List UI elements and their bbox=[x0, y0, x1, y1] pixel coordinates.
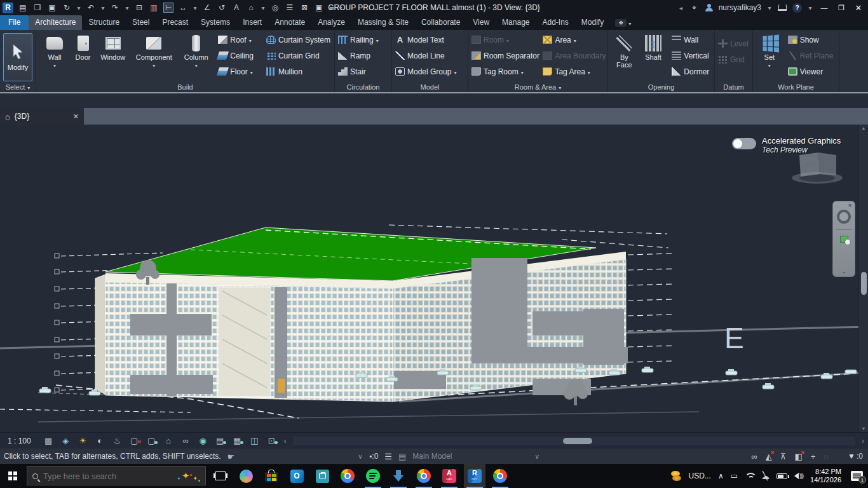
floor-button[interactable]: Floor bbox=[216, 64, 261, 79]
background-processes-icon[interactable]: ◌ bbox=[824, 452, 829, 461]
properties-icon[interactable]: ▤ bbox=[18, 3, 28, 12]
wall-button[interactable]: Wall bbox=[41, 32, 68, 70]
design-options-icon[interactable]: ☰ bbox=[384, 452, 392, 461]
text-icon[interactable]: A bbox=[231, 3, 241, 12]
shadows-icon[interactable]: ◐ bbox=[92, 436, 109, 445]
drag-on-selection-icon[interactable]: + bbox=[811, 452, 816, 461]
room-separator-button[interactable]: Room Separator bbox=[470, 48, 539, 64]
opening-vertical-button[interactable]: Vertical bbox=[670, 48, 713, 64]
tray-expand-icon[interactable]: ∧ bbox=[718, 471, 724, 480]
user-caret-icon[interactable]: ▾ bbox=[767, 4, 772, 11]
work-app-button[interactable] bbox=[311, 464, 333, 488]
view-cube[interactable]: LEFT LEFT bbox=[788, 149, 849, 186]
tag-area-button[interactable]: Tag Area bbox=[541, 64, 606, 79]
export-icon[interactable]: ▥ bbox=[149, 3, 159, 12]
tab-collaborate[interactable]: Collaborate bbox=[415, 15, 466, 30]
default-3d-view-icon[interactable]: ⌂ bbox=[246, 3, 256, 12]
door-button[interactable]: Door bbox=[72, 32, 94, 61]
help-caret-icon[interactable]: ▾ bbox=[808, 4, 813, 11]
entrance-door[interactable] bbox=[278, 379, 285, 393]
undo-icon[interactable]: ↶ bbox=[86, 3, 96, 12]
horizontal-scrollbar[interactable] bbox=[293, 437, 855, 445]
curtain-system-button[interactable]: Curtain System bbox=[264, 32, 333, 48]
scroll-up-icon[interactable]: ▲ bbox=[859, 126, 868, 130]
taskbar-clock[interactable]: 8:42 PM 14/1/2026 bbox=[810, 468, 841, 484]
tab-precast[interactable]: Precast bbox=[156, 15, 194, 30]
visual-style-icon[interactable]: ◈ bbox=[57, 436, 74, 445]
sync-caret-icon[interactable]: ▾ bbox=[76, 4, 81, 11]
ribbon-display-toggle[interactable]: ❖ bbox=[615, 19, 631, 30]
battery-icon[interactable] bbox=[776, 473, 787, 479]
navbar-close-icon[interactable]: ✕ bbox=[848, 203, 852, 208]
window-button[interactable]: Window bbox=[98, 32, 128, 61]
tab-manage[interactable]: Manage bbox=[496, 15, 536, 30]
reveal-hidden-elements-icon[interactable]: ◉ bbox=[194, 436, 212, 445]
tag-icon[interactable]: ◎ bbox=[270, 3, 280, 12]
view-tab-3d[interactable]: ⌂ {3D} ✕ bbox=[0, 108, 84, 125]
collapse-icon[interactable]: ◂ bbox=[679, 4, 684, 11]
notification-center-icon[interactable]: 1 bbox=[851, 471, 863, 481]
task-view-button[interactable] bbox=[210, 464, 231, 488]
sun-path-icon[interactable]: ☀ bbox=[74, 436, 92, 445]
viewer-button[interactable]: Viewer bbox=[786, 64, 837, 79]
railing-button[interactable]: Railing bbox=[336, 32, 390, 48]
measure-icon[interactable]: ⊢ bbox=[163, 3, 173, 13]
vertical-scroll-thumb[interactable] bbox=[861, 272, 867, 295]
select-links-icon[interactable]: ∞ bbox=[752, 452, 757, 461]
model-group-button[interactable]: Model Group bbox=[393, 64, 466, 79]
model-line-button[interactable]: Model Line bbox=[393, 48, 466, 64]
angle-icon[interactable]: ∠ bbox=[202, 3, 212, 12]
stair-button[interactable]: Stair bbox=[336, 64, 390, 79]
navigation-bar[interactable]: ✕ ⌄ bbox=[832, 201, 855, 277]
wifi-icon[interactable] bbox=[745, 473, 754, 480]
tab-massing-site[interactable]: Massing & Site bbox=[351, 15, 415, 30]
detach-icon[interactable]: ↺ bbox=[217, 3, 227, 12]
room-area-panel-caption[interactable]: Room & Area bbox=[468, 82, 607, 92]
microsoft-store-button[interactable] bbox=[261, 464, 282, 488]
elevation-marker[interactable]: E bbox=[724, 322, 744, 355]
drawing-area[interactable]: E Accelerated Graphics Tech Preview LEFT… bbox=[0, 125, 868, 432]
vertical-scrollbar[interactable]: ▲ ▼ bbox=[858, 125, 868, 432]
home-caret-icon[interactable]: ▾ bbox=[261, 4, 266, 11]
username[interactable]: nursyafikay3 bbox=[719, 3, 761, 12]
temporary-view-properties-icon[interactable]: ▤ bbox=[212, 436, 229, 445]
revit-button[interactable]: RRVT bbox=[464, 464, 485, 488]
worksharing-display-icon[interactable]: ◫ bbox=[246, 436, 263, 445]
dormer-button[interactable]: Dormer bbox=[670, 64, 713, 79]
chrome-button-2[interactable] bbox=[413, 464, 435, 488]
column-button[interactable]: Column bbox=[180, 32, 212, 70]
search-help-icon[interactable]: ⌖ bbox=[689, 3, 700, 12]
save-icon[interactable]: ▣ bbox=[47, 3, 57, 12]
redo-icon[interactable]: ↷ bbox=[110, 3, 120, 12]
onedrive-icon[interactable]: ☁ ╲ bbox=[761, 471, 770, 481]
select-by-face-icon[interactable]: ◧✕ bbox=[794, 452, 802, 461]
undo-caret-icon[interactable]: ▾ bbox=[100, 4, 105, 11]
spotify-button[interactable] bbox=[362, 464, 384, 488]
switch-windows-icon[interactable]: ▣ bbox=[314, 3, 324, 12]
horizontal-scroll-thumb[interactable] bbox=[563, 438, 592, 444]
chrome-button-3[interactable] bbox=[489, 464, 511, 488]
scale-button[interactable]: 1 : 100 bbox=[0, 437, 40, 445]
show-work-plane-button[interactable]: Show bbox=[786, 32, 837, 48]
sync-icon[interactable]: ↻ bbox=[62, 3, 72, 12]
aligned-dimension-icon[interactable]: ↔ bbox=[178, 3, 188, 12]
tab-steel[interactable]: Steel bbox=[126, 15, 156, 30]
print-icon[interactable]: ⊟ bbox=[134, 3, 144, 12]
tab-analyze[interactable]: Analyze bbox=[311, 15, 351, 30]
start-button[interactable] bbox=[0, 464, 25, 488]
selection-filter[interactable]: ▼ :0 bbox=[848, 452, 863, 461]
main-model-caret-icon[interactable]: ∨ bbox=[534, 452, 539, 461]
downloads-button[interactable] bbox=[388, 464, 409, 488]
rendering-dialog-icon[interactable]: ♨ bbox=[109, 436, 126, 445]
component-button[interactable]: Component bbox=[132, 32, 177, 70]
lock-3d-view-icon[interactable]: ⌂ bbox=[160, 436, 177, 445]
dimension-caret-icon[interactable]: ▾ bbox=[193, 4, 198, 11]
steering-wheel-icon[interactable] bbox=[837, 210, 851, 224]
opening-by-face-button[interactable]: By Face bbox=[612, 32, 637, 69]
roof-button[interactable]: Roof bbox=[216, 32, 261, 48]
revit-logo-icon[interactable]: R bbox=[3, 3, 13, 13]
opening-wall-button[interactable]: Wall bbox=[670, 32, 713, 48]
ceiling-button[interactable]: Ceiling bbox=[216, 48, 261, 64]
accelerated-graphics-toggle[interactable] bbox=[732, 138, 756, 149]
close-button[interactable]: ✕ bbox=[853, 3, 864, 13]
